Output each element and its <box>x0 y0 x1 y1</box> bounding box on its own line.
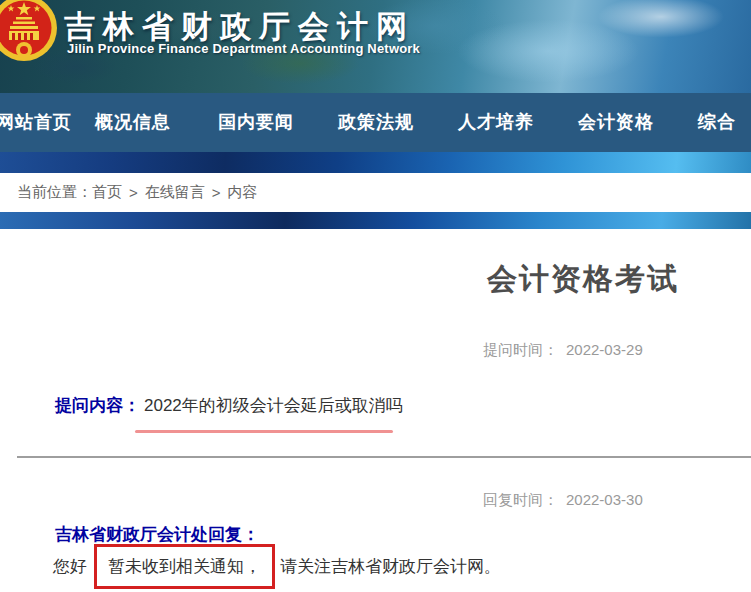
banner-strip-2 <box>0 212 751 229</box>
reply-time-value: 2022-03-30 <box>566 491 643 508</box>
site-banner: 吉林省财政厅会计网 Jilin Province Finance Departm… <box>0 0 751 93</box>
reply-greeting: 您好 <box>53 555 87 578</box>
red-box-annotation: 暂未收到相关通知， <box>94 544 275 589</box>
reply-rest: 请关注吉林省财政厅会计网。 <box>280 555 501 578</box>
reply-text-row: 您好 暂未收到相关通知， 请关注吉林省财政厅会计网。 <box>53 544 501 588</box>
breadcrumb-current: 内容 <box>228 183 258 202</box>
section-divider <box>17 456 751 458</box>
question-label: 提问内容： <box>55 396 140 415</box>
banner-strip <box>0 152 751 173</box>
breadcrumb-separator: > <box>212 184 221 201</box>
national-emblem-icon <box>0 0 58 62</box>
site-subtitle: Jilin Province Finance Department Accoun… <box>67 41 420 56</box>
question-row: 提问内容：2022年的初级会计会延后或取消吗 <box>55 394 403 417</box>
question-time-label: 提问时间： <box>483 341 558 358</box>
breadcrumb-home-link[interactable]: 首页 <box>92 183 122 202</box>
main-nav: 网站首页 概况信息 国内要闻 政策法规 人才培养 会计资格 综合 <box>0 93 751 152</box>
nav-item-home[interactable]: 网站首页 <box>0 93 72 152</box>
nav-item-talent[interactable]: 人才培养 <box>458 93 534 152</box>
breadcrumb-messages-link[interactable]: 在线留言 <box>145 183 205 202</box>
question-time: 提问时间：2022-03-29 <box>483 341 643 360</box>
breadcrumb: 当前位置： 首页 > 在线留言 > 内容 <box>0 173 751 212</box>
nav-item-comprehensive[interactable]: 综合 <box>698 93 736 152</box>
question-time-value: 2022-03-29 <box>566 341 643 358</box>
breadcrumb-separator: > <box>129 184 138 201</box>
nav-item-accounting-qualification[interactable]: 会计资格 <box>578 93 654 152</box>
page-title: 会计资格考试 <box>487 259 679 300</box>
question-text: 2022年的初级会计会延后或取消吗 <box>144 396 403 415</box>
reply-time: 回复时间：2022-03-30 <box>483 491 643 510</box>
red-underline-annotation <box>135 430 393 433</box>
nav-item-policies[interactable]: 政策法规 <box>338 93 414 152</box>
reply-time-label: 回复时间： <box>483 491 558 508</box>
nav-item-domestic-news[interactable]: 国内要闻 <box>218 93 294 152</box>
nav-item-overview[interactable]: 概况信息 <box>95 93 171 152</box>
page: 吉林省财政厅会计网 Jilin Province Finance Departm… <box>0 0 751 592</box>
breadcrumb-label: 当前位置： <box>17 183 92 202</box>
